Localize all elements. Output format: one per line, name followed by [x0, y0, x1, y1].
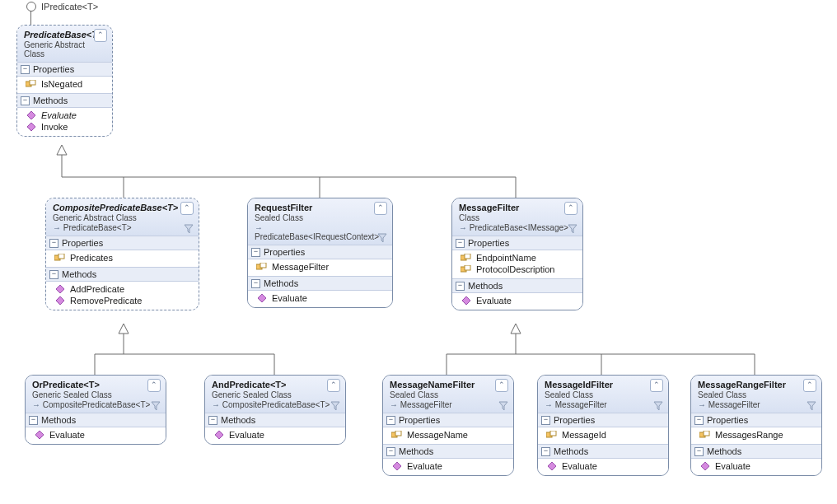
section-properties[interactable]: − Properties — [46, 236, 199, 250]
expander-icon[interactable]: − — [21, 96, 30, 105]
collapse-icon[interactable]: ⌃ — [495, 379, 508, 392]
property-name: IsNegated — [41, 79, 82, 89]
class-and-predicate[interactable]: AndPredicate<T> Generic Sealed Class Com… — [204, 375, 346, 445]
filter-icon[interactable] — [377, 233, 387, 243]
class-kind: Generic Sealed Class — [32, 390, 161, 399]
collapse-icon[interactable]: ⌃ — [803, 379, 816, 392]
section-methods[interactable]: − Methods — [205, 413, 345, 427]
property-item[interactable]: MessagesRange — [693, 429, 820, 441]
expander-icon[interactable]: − — [29, 416, 38, 425]
filter-icon[interactable] — [151, 401, 161, 411]
method-item[interactable]: Evaluate — [19, 110, 110, 121]
property-item[interactable]: EndpointName — [454, 252, 581, 264]
section-methods[interactable]: − Methods — [248, 276, 392, 291]
method-icon — [54, 296, 66, 306]
collapse-icon[interactable]: ⌃ — [650, 379, 663, 392]
method-icon — [699, 461, 711, 471]
svg-marker-20 — [27, 123, 35, 131]
method-item[interactable]: RemovePredicate — [48, 295, 197, 306]
expander-icon[interactable]: − — [456, 239, 465, 248]
method-item[interactable]: Evaluate — [385, 460, 512, 472]
method-name: Evaluate — [407, 461, 442, 471]
filter-icon[interactable] — [568, 224, 577, 234]
class-name: MessageIdFilter — [545, 380, 663, 390]
method-item[interactable]: Evaluate — [27, 429, 164, 441]
expander-icon[interactable]: − — [541, 416, 550, 425]
method-name: Evaluate — [562, 461, 597, 471]
expander-icon[interactable]: − — [251, 279, 260, 288]
svg-marker-21 — [185, 225, 193, 233]
section-properties[interactable]: − Properties — [383, 413, 513, 427]
method-item[interactable]: Evaluate — [207, 429, 344, 441]
expander-icon[interactable]: − — [49, 239, 58, 248]
class-or-predicate[interactable]: OrPredicate<T> Generic Sealed Class Comp… — [25, 375, 166, 445]
class-name: OrPredicate<T> — [32, 380, 161, 390]
method-item[interactable]: AddPredicate — [48, 283, 197, 295]
class-name: RequestFilter — [255, 203, 387, 212]
class-message-filter[interactable]: MessageFilter Class PredicateBase<IMessa… — [451, 198, 583, 310]
section-label: Methods — [33, 96, 68, 105]
method-item[interactable]: Invoke — [19, 121, 110, 133]
section-properties[interactable]: − Properties — [17, 62, 112, 77]
filter-icon[interactable] — [330, 401, 340, 411]
method-item[interactable]: Evaluate — [250, 292, 390, 304]
collapse-icon[interactable]: ⌃ — [94, 29, 107, 42]
property-item[interactable]: MessageName — [385, 429, 512, 441]
filter-icon[interactable] — [653, 401, 663, 411]
class-message-range-filter[interactable]: MessageRangeFilter Sealed Class MessageF… — [690, 375, 822, 476]
methods-list: Evaluate — [452, 293, 582, 310]
section-methods[interactable]: − Methods — [46, 267, 199, 282]
filter-icon[interactable] — [498, 401, 508, 411]
class-base: MessageFilter — [390, 400, 508, 409]
properties-list: EndpointName ProtocolDescription — [452, 250, 582, 278]
expander-icon[interactable]: − — [49, 270, 58, 279]
section-methods[interactable]: − Methods — [17, 93, 112, 108]
collapse-icon[interactable]: ⌃ — [147, 379, 161, 392]
collapse-icon[interactable]: ⌃ — [180, 202, 194, 215]
method-item[interactable]: Evaluate — [693, 460, 820, 472]
expander-icon[interactable]: − — [541, 447, 550, 456]
svg-marker-30 — [568, 225, 577, 233]
filter-icon[interactable] — [184, 224, 194, 234]
expander-icon[interactable]: − — [456, 282, 465, 291]
class-request-filter[interactable]: RequestFilter Sealed Class PredicateBase… — [247, 198, 393, 308]
property-item[interactable]: MessageFilter — [250, 261, 390, 273]
expander-icon[interactable]: − — [386, 447, 395, 456]
method-icon — [213, 430, 225, 440]
collapse-icon[interactable]: ⌃ — [374, 202, 387, 215]
svg-marker-48 — [807, 402, 816, 410]
section-methods[interactable]: − Methods — [691, 444, 821, 459]
class-predicate-base[interactable]: PredicateBase<T> Generic Abstract Class … — [16, 25, 113, 137]
section-properties[interactable]: − Properties — [452, 236, 582, 250]
section-label: Methods — [221, 415, 255, 425]
section-label: Methods — [399, 446, 433, 456]
property-item[interactable]: MessageId — [540, 429, 666, 441]
property-item[interactable]: Predicates — [48, 252, 197, 264]
property-item[interactable]: ProtocolDescription — [454, 264, 581, 275]
section-methods[interactable]: − Methods — [452, 278, 582, 293]
section-methods[interactable]: − Methods — [538, 444, 668, 459]
expander-icon[interactable]: − — [694, 416, 704, 425]
section-methods[interactable]: − Methods — [26, 413, 166, 427]
expander-icon[interactable]: − — [251, 248, 260, 257]
svg-marker-11 — [511, 324, 521, 334]
method-item[interactable]: Evaluate — [540, 460, 666, 472]
expander-icon[interactable]: − — [21, 65, 30, 74]
section-properties[interactable]: − Properties — [248, 245, 392, 259]
method-item[interactable]: Evaluate — [454, 295, 581, 306]
section-properties[interactable]: − Properties — [691, 413, 821, 427]
class-composite-predicate-base[interactable]: CompositePredicateBase<T> Generic Abstra… — [45, 198, 199, 310]
property-item[interactable]: IsNegated — [19, 78, 110, 90]
expander-icon[interactable]: − — [208, 416, 217, 425]
expander-icon[interactable]: − — [694, 447, 704, 456]
filter-icon[interactable] — [807, 401, 816, 411]
class-message-name-filter[interactable]: MessageNameFilter Sealed Class MessageFi… — [382, 375, 514, 476]
collapse-icon[interactable]: ⌃ — [327, 379, 340, 392]
methods-list: Evaluate — [248, 291, 392, 307]
expander-icon[interactable]: − — [386, 416, 395, 425]
method-name: Evaluate — [49, 430, 85, 440]
collapse-icon[interactable]: ⌃ — [564, 202, 577, 215]
section-properties[interactable]: − Properties — [538, 413, 668, 427]
section-methods[interactable]: − Methods — [383, 444, 513, 459]
class-message-id-filter[interactable]: MessageIdFilter Sealed Class MessageFilt… — [537, 375, 669, 476]
